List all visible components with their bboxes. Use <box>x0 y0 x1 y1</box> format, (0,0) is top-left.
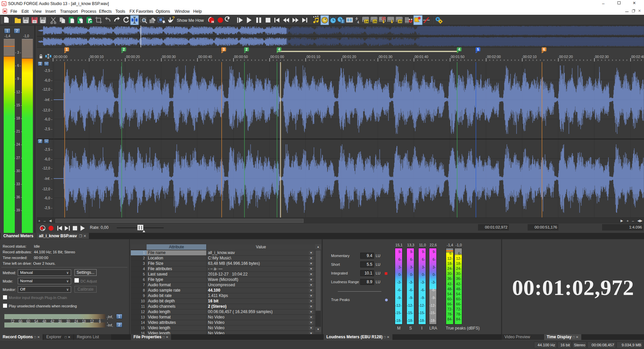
svg-text:24: 24 <box>365 19 368 23</box>
svg-text:25: 25 <box>373 19 377 23</box>
svg-text:30: 30 <box>398 19 402 23</box>
svg-text:?: ? <box>172 15 175 20</box>
svg-text:Show Me How: Show Me How <box>177 18 204 23</box>
svg-text:4: 4 <box>357 20 359 24</box>
svg-text:S: S <box>3 2 5 6</box>
